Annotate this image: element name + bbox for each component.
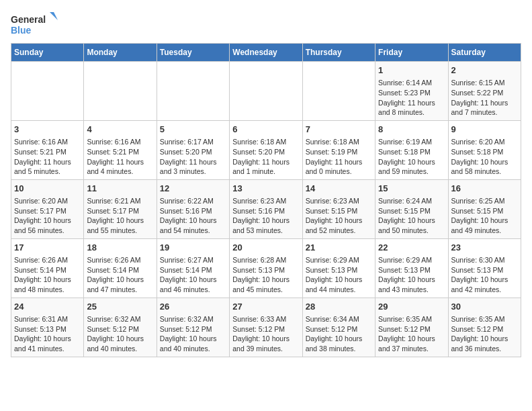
calendar-cell: 24Sunrise: 6:31 AMSunset: 5:13 PMDayligh… <box>11 298 84 357</box>
day-info: Sunset: 5:16 PM <box>160 206 226 216</box>
calendar-cell: 20Sunrise: 6:28 AMSunset: 5:13 PMDayligh… <box>230 238 302 298</box>
day-number: 15 <box>378 183 445 195</box>
calendar-cell <box>230 62 302 121</box>
day-info: Sunrise: 6:31 AM <box>14 314 81 324</box>
weekday-header-tuesday: Tuesday <box>157 44 229 62</box>
weekday-header-saturday: Saturday <box>448 44 521 62</box>
day-number: 6 <box>232 124 299 136</box>
weekday-header-sunday: Sunday <box>11 44 84 62</box>
day-info: Sunset: 5:15 PM <box>451 206 518 216</box>
svg-marker-2 <box>50 12 58 20</box>
day-info: Sunset: 5:14 PM <box>160 265 226 275</box>
calendar-cell: 21Sunrise: 6:29 AMSunset: 5:13 PMDayligh… <box>302 238 375 298</box>
day-number: 27 <box>232 301 299 313</box>
day-info: Sunrise: 6:25 AM <box>451 196 518 206</box>
weekday-header-wednesday: Wednesday <box>230 44 302 62</box>
day-info: Daylight: 11 hours and 1 minute. <box>232 157 299 177</box>
week-row-1: 1Sunrise: 6:14 AMSunset: 5:23 PMDaylight… <box>11 62 521 121</box>
day-info: Sunrise: 6:32 AM <box>160 314 226 324</box>
weekday-header-friday: Friday <box>375 44 448 62</box>
calendar-cell <box>157 62 229 121</box>
day-info: Daylight: 11 hours and 8 minutes. <box>378 98 445 118</box>
calendar-cell: 28Sunrise: 6:34 AMSunset: 5:12 PMDayligh… <box>302 298 375 357</box>
day-number: 25 <box>87 301 153 313</box>
day-info: Sunset: 5:13 PM <box>306 265 372 275</box>
day-number: 8 <box>378 124 445 136</box>
day-info: Daylight: 10 hours and 44 minutes. <box>306 275 372 294</box>
week-row-3: 10Sunrise: 6:20 AMSunset: 5:17 PMDayligh… <box>11 179 521 238</box>
day-info: Sunrise: 6:30 AM <box>451 255 518 265</box>
calendar-cell: 23Sunrise: 6:30 AMSunset: 5:13 PMDayligh… <box>448 238 521 298</box>
calendar-cell: 13Sunrise: 6:23 AMSunset: 5:16 PMDayligh… <box>230 179 302 238</box>
day-info: Sunrise: 6:23 AM <box>232 196 299 206</box>
day-number: 19 <box>160 242 226 254</box>
day-info: Sunrise: 6:32 AM <box>87 314 153 324</box>
day-info: Sunset: 5:12 PM <box>378 324 445 334</box>
day-info: Sunrise: 6:20 AM <box>14 196 81 206</box>
day-number: 14 <box>306 183 372 195</box>
day-info: Daylight: 10 hours and 43 minutes. <box>378 275 445 294</box>
calendar-cell: 25Sunrise: 6:32 AMSunset: 5:12 PMDayligh… <box>84 298 157 357</box>
day-info: Daylight: 10 hours and 38 minutes. <box>306 334 372 353</box>
day-info: Sunrise: 6:22 AM <box>160 196 226 206</box>
day-info: Sunrise: 6:21 AM <box>87 196 153 206</box>
calendar-cell: 22Sunrise: 6:29 AMSunset: 5:13 PMDayligh… <box>375 238 448 298</box>
day-info: Sunset: 5:12 PM <box>160 324 226 334</box>
day-number: 3 <box>14 124 81 136</box>
day-info: Sunset: 5:18 PM <box>451 147 518 157</box>
calendar-cell: 18Sunrise: 6:26 AMSunset: 5:14 PMDayligh… <box>84 238 157 298</box>
calendar-cell: 5Sunrise: 6:17 AMSunset: 5:20 PMDaylight… <box>157 120 229 179</box>
day-info: Daylight: 10 hours and 55 minutes. <box>87 216 153 235</box>
day-number: 7 <box>306 124 372 136</box>
calendar-cell: 3Sunrise: 6:16 AMSunset: 5:21 PMDaylight… <box>11 120 84 179</box>
day-info: Sunset: 5:13 PM <box>451 265 518 275</box>
day-info: Sunrise: 6:29 AM <box>378 255 445 265</box>
day-info: Sunset: 5:12 PM <box>306 324 372 334</box>
day-info: Daylight: 10 hours and 37 minutes. <box>378 334 445 353</box>
day-number: 9 <box>451 124 518 136</box>
day-info: Sunset: 5:12 PM <box>87 324 153 334</box>
day-number: 2 <box>451 64 518 77</box>
weekday-header-monday: Monday <box>84 44 157 62</box>
calendar-cell: 30Sunrise: 6:35 AMSunset: 5:12 PMDayligh… <box>448 298 521 357</box>
calendar-cell <box>84 62 157 121</box>
week-row-2: 3Sunrise: 6:16 AMSunset: 5:21 PMDaylight… <box>11 120 521 179</box>
calendar-cell: 27Sunrise: 6:33 AMSunset: 5:12 PMDayligh… <box>230 298 302 357</box>
day-info: Sunrise: 6:33 AM <box>232 314 299 324</box>
day-number: 20 <box>232 242 299 254</box>
day-number: 12 <box>160 183 226 195</box>
day-info: Sunset: 5:15 PM <box>378 206 445 216</box>
day-info: Sunset: 5:23 PM <box>378 88 445 98</box>
calendar-cell: 9Sunrise: 6:20 AMSunset: 5:18 PMDaylight… <box>448 120 521 179</box>
day-info: Daylight: 10 hours and 48 minutes. <box>14 275 81 294</box>
calendar-cell: 4Sunrise: 6:16 AMSunset: 5:21 PMDaylight… <box>84 120 157 179</box>
day-number: 18 <box>87 242 153 254</box>
calendar-cell: 8Sunrise: 6:19 AMSunset: 5:18 PMDaylight… <box>375 120 448 179</box>
day-info: Sunrise: 6:27 AM <box>160 255 226 265</box>
day-info: Sunrise: 6:20 AM <box>451 137 518 147</box>
day-number: 30 <box>451 301 518 313</box>
calendar-cell: 16Sunrise: 6:25 AMSunset: 5:15 PMDayligh… <box>448 179 521 238</box>
day-info: Daylight: 10 hours and 41 minutes. <box>14 334 81 353</box>
day-info: Sunset: 5:17 PM <box>14 206 81 216</box>
calendar-cell: 2Sunrise: 6:15 AMSunset: 5:22 PMDaylight… <box>448 62 521 121</box>
day-info: Sunrise: 6:18 AM <box>306 137 372 147</box>
calendar-cell: 15Sunrise: 6:24 AMSunset: 5:15 PMDayligh… <box>375 179 448 238</box>
day-info: Sunset: 5:21 PM <box>87 147 153 157</box>
day-number: 28 <box>306 301 372 313</box>
day-info: Daylight: 10 hours and 36 minutes. <box>451 334 518 353</box>
day-info: Sunset: 5:21 PM <box>14 147 81 157</box>
day-info: Sunset: 5:22 PM <box>451 88 518 98</box>
day-info: Daylight: 10 hours and 54 minutes. <box>160 216 226 235</box>
day-number: 21 <box>306 242 372 254</box>
day-info: Sunrise: 6:34 AM <box>306 314 372 324</box>
day-number: 23 <box>451 242 518 254</box>
day-info: Daylight: 11 hours and 0 minutes. <box>306 157 372 177</box>
calendar-cell: 29Sunrise: 6:35 AMSunset: 5:12 PMDayligh… <box>375 298 448 357</box>
day-number: 26 <box>160 301 226 313</box>
day-info: Daylight: 10 hours and 53 minutes. <box>232 216 299 235</box>
calendar-table: SundayMondayTuesdayWednesdayThursdayFrid… <box>11 43 521 357</box>
day-info: Daylight: 10 hours and 45 minutes. <box>232 275 299 294</box>
day-info: Sunset: 5:14 PM <box>87 265 153 275</box>
day-number: 1 <box>378 64 445 77</box>
